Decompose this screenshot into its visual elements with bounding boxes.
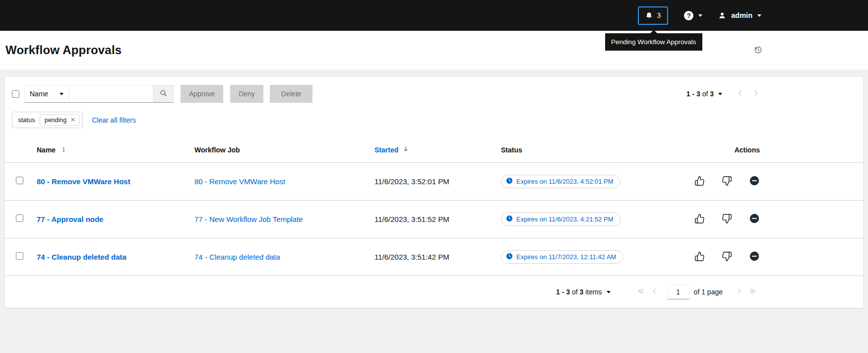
- chevron-right-icon: [736, 287, 743, 296]
- cancel-row-button[interactable]: [749, 175, 760, 188]
- thumbs-down-icon: [722, 176, 732, 188]
- column-header-started[interactable]: Started: [374, 145, 501, 154]
- started-value: 11/6/2023, 3:51:42 PM: [374, 253, 501, 261]
- chevron-down-icon: [757, 14, 761, 17]
- chip-close-button[interactable]: [70, 116, 75, 124]
- items-per-page-toggle[interactable]: 1 - 3 of 3 items: [556, 288, 611, 296]
- deny-row-button[interactable]: [722, 176, 732, 188]
- row-actions: [675, 251, 863, 263]
- row-checkbox[interactable]: [16, 177, 23, 184]
- tooltip-text: Pending Workflow Approvals: [611, 38, 696, 46]
- row-actions: [675, 213, 863, 225]
- column-header-actions: Actions: [675, 146, 863, 154]
- clock-icon: [506, 177, 513, 186]
- page-count-label: of 1 page: [694, 288, 723, 296]
- history-button[interactable]: [753, 45, 763, 56]
- started-value: 11/6/2023, 3:52:01 PM: [374, 177, 501, 186]
- deny-button[interactable]: Deny: [230, 85, 263, 103]
- cancel-row-button[interactable]: [749, 213, 760, 225]
- history-icon: [753, 45, 763, 56]
- minus-circle-icon: [749, 251, 760, 263]
- pagination-summary: 1 - 3 of 3: [686, 90, 714, 98]
- approve-row-button[interactable]: [694, 251, 705, 263]
- thumbs-up-icon: [694, 251, 705, 263]
- status-expiration-badge: Expires on 11/7/2023, 12:11:42 AM: [501, 250, 623, 264]
- bottom-pagination: 1 - 3 of 3 items of 1 page: [5, 276, 863, 308]
- table-row: 74 - Cleanup deleted data 74 - Cleanup d…: [5, 238, 863, 276]
- username: admin: [731, 11, 752, 19]
- page-number-input[interactable]: [667, 284, 689, 299]
- thumbs-down-icon: [722, 251, 732, 263]
- row-checkbox[interactable]: [16, 252, 23, 260]
- row-actions: [675, 175, 863, 188]
- minus-circle-icon: [749, 175, 760, 188]
- caret-down-icon: [607, 291, 611, 293]
- caret-down-icon: [60, 93, 63, 95]
- started-value: 11/6/2023, 3:51:52 PM: [374, 215, 501, 223]
- previous-page-button[interactable]: [736, 89, 744, 98]
- first-page-button[interactable]: [637, 287, 645, 296]
- thumbs-down-icon: [722, 213, 732, 225]
- search-input[interactable]: [69, 85, 153, 103]
- chip-label: pending: [45, 117, 67, 124]
- deny-row-button[interactable]: [722, 251, 732, 263]
- status-expiration-badge: Expires on 11/6/2023, 4:52:01 PM: [501, 175, 620, 188]
- bell-icon: [645, 12, 653, 19]
- row-checkbox[interactable]: [16, 214, 23, 222]
- select-all-checkbox[interactable]: [12, 90, 19, 98]
- approve-button[interactable]: Approve: [181, 85, 223, 103]
- column-header-name[interactable]: Name: [37, 146, 194, 154]
- notifications-button[interactable]: 3: [638, 6, 669, 25]
- clock-icon: [506, 253, 513, 261]
- pagination-dropdown-toggle[interactable]: 1 - 3 of 3: [686, 90, 722, 98]
- search-button[interactable]: [153, 85, 174, 103]
- workflow-job-link[interactable]: 77 - New Workflow Job Template: [194, 215, 303, 223]
- page-title: Workflow Approvals: [5, 43, 122, 57]
- next-page-button[interactable]: [736, 287, 743, 296]
- approval-name-link[interactable]: 80 - Remove VMWare Host: [37, 177, 130, 186]
- chevron-right-icon: [752, 89, 760, 98]
- column-header-workflow-job: Workflow Job: [194, 146, 374, 154]
- caret-down-icon: [718, 93, 722, 95]
- workflow-job-link[interactable]: 74 - Cleanup deleted data: [194, 253, 280, 261]
- approval-name-link[interactable]: 74 - Cleanup deleted data: [37, 253, 126, 261]
- clear-all-filters-link[interactable]: Clear all filters: [92, 116, 136, 124]
- notification-count: 3: [657, 11, 661, 19]
- table-header-row: Name Workflow Job Started Status Actions: [5, 137, 863, 163]
- cancel-row-button[interactable]: [749, 251, 760, 263]
- previous-page-button[interactable]: [651, 287, 658, 296]
- approvals-table: Name Workflow Job Started Status Actions…: [5, 137, 863, 276]
- user-icon: [718, 11, 726, 19]
- top-pagination: 1 - 3 of 3: [686, 89, 760, 98]
- chip-group-label: status: [18, 116, 35, 124]
- help-menu[interactable]: ?: [684, 11, 702, 20]
- filter-chips-row: status pending Clear all filters: [5, 108, 863, 131]
- clock-icon: [506, 215, 513, 223]
- status-expiration-badge: Expires on 11/6/2023, 4:21:52 PM: [501, 212, 620, 226]
- filter-chip: pending: [40, 114, 80, 126]
- workflow-job-link[interactable]: 80 - Remove VMWare Host: [194, 177, 285, 186]
- chevron-left-icon: [651, 287, 658, 296]
- help-icon: ?: [684, 11, 693, 20]
- filter-type-dropdown[interactable]: Name: [24, 85, 69, 103]
- deny-row-button[interactable]: [722, 213, 732, 225]
- user-menu[interactable]: admin: [718, 11, 761, 19]
- double-chevron-right-icon: [749, 287, 756, 296]
- sort-icon: [61, 146, 67, 153]
- last-page-button[interactable]: [749, 287, 756, 296]
- approval-name-link[interactable]: 77 - Approval node: [37, 215, 103, 223]
- close-icon: [70, 116, 75, 124]
- thumbs-up-icon: [694, 213, 705, 225]
- approve-row-button[interactable]: [694, 176, 705, 188]
- delete-button[interactable]: Delete: [270, 85, 312, 103]
- column-header-status: Status: [501, 146, 675, 154]
- chevron-down-icon: [698, 14, 702, 17]
- approve-row-button[interactable]: [694, 213, 705, 225]
- next-page-button[interactable]: [752, 89, 760, 98]
- tooltip: Pending Workflow Approvals: [605, 33, 702, 51]
- items-summary: 1 - 3 of 3 items: [556, 288, 602, 296]
- list-toolbar: Name Approve Deny Delete 1 - 3 of 3: [5, 77, 863, 108]
- table-row: 80 - Remove VMWare Host 80 - Remove VMWa…: [5, 163, 863, 201]
- filter-type-label: Name: [30, 90, 48, 98]
- masthead: 3 ? admin: [0, 0, 868, 31]
